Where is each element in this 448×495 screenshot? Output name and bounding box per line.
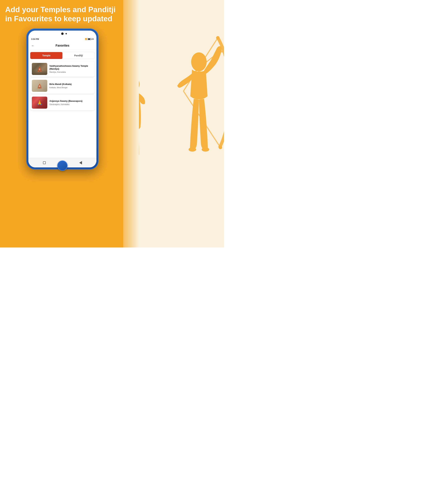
left-section: Add your Temples and Panditjiin Favourit…: [0, 0, 123, 248]
temple-location-3: Davanagere, Karnataka: [49, 103, 93, 105]
svg-point-2: [202, 148, 209, 151]
status-icons: 📶 16: [85, 38, 94, 40]
phone-screen: 3:04 PM 📶 16 ← Favorites: [28, 31, 97, 167]
temple-card-1[interactable]: Vaidhyanatheshwara Swamy Temple (Mandya)…: [30, 61, 95, 77]
nav-square-button[interactable]: [42, 161, 46, 165]
temple-info-2: Birla Mandi (Kolkata) Kolkata, West Beng…: [49, 83, 93, 88]
camera-main: [61, 32, 64, 35]
tab-panditji[interactable]: Panditji: [62, 52, 95, 59]
battery-level: 16: [92, 38, 94, 40]
temple-name-3: Anjaneya Swamy (Basavapura): [49, 100, 93, 103]
status-bar: 3:04 PM 📶 16: [28, 37, 97, 41]
tab-temple[interactable]: Temple: [30, 52, 62, 59]
network-icon: 📶: [85, 38, 87, 40]
svg-point-9: [127, 77, 140, 91]
status-time: 3:04 PM: [31, 38, 39, 40]
temple-name-1: Vaidhyanatheshwara Swamy Temple (Mandya): [49, 65, 93, 70]
phone-mockup: 3:04 PM 📶 16 ← Favorites: [26, 28, 98, 169]
silhouette-container: [123, 0, 224, 248]
temple-card-3[interactable]: Anjaneya Swamy (Basavapura) Davanagere, …: [30, 95, 95, 110]
svg-point-1: [189, 148, 196, 151]
temple-location-2: Kolkata, West Bengal: [49, 86, 93, 88]
square-icon: [43, 161, 46, 164]
temple-info-3: Anjaneya Swamy (Basavapura) Davanagere, …: [49, 100, 93, 105]
nav-back-button[interactable]: [79, 161, 83, 165]
temple-image-1: [32, 63, 47, 75]
battery-fill: [88, 39, 90, 40]
temple-list: Vaidhyanatheshwara Swamy Temple (Mandya)…: [28, 60, 97, 158]
temple-image-2: [32, 80, 47, 92]
screen-title: Favorites: [36, 44, 88, 47]
temple-name-2: Birla Mandi (Kolkata): [49, 83, 93, 86]
back-button[interactable]: ←: [31, 44, 35, 48]
right-section: [123, 0, 224, 248]
phone-camera-bar: [28, 31, 97, 37]
tabs-container: Temple Panditji: [30, 52, 95, 59]
phone-home-physical-button[interactable]: [57, 161, 68, 171]
headline: Add your Temples and Panditjiin Favourit…: [5, 5, 115, 23]
phone-wrapper: 3:04 PM 📶 16 ← Favorites: [5, 28, 120, 244]
ram-silhouette: [123, 24, 224, 248]
battery-icon: [88, 38, 91, 40]
camera-secondary: [66, 33, 67, 34]
temple-image-3: [32, 96, 47, 109]
temple-info-1: Vaidhyanatheshwara Swamy Temple (Mandya)…: [49, 65, 93, 73]
temple-card-2[interactable]: Birla Mandi (Kolkata) Kolkata, West Beng…: [30, 78, 95, 94]
app-header: ← Favorites: [28, 41, 97, 50]
triangle-back-icon: [79, 161, 82, 165]
temple-location-1: Mandya, Karnataka: [49, 71, 93, 73]
page-container: Add your Temples and Panditjiin Favourit…: [0, 0, 224, 248]
